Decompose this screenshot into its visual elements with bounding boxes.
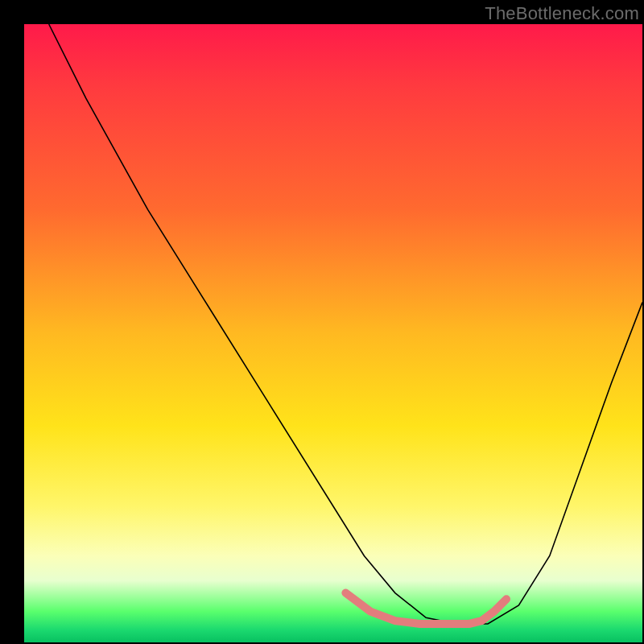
series-pink-highlight xyxy=(345,593,506,624)
attribution-label: TheBottleneck.com xyxy=(485,3,639,24)
chart-frame: TheBottleneck.com xyxy=(0,0,644,644)
chart-svg xyxy=(24,24,642,642)
series-group xyxy=(49,24,642,624)
series-black-curve xyxy=(49,24,642,624)
